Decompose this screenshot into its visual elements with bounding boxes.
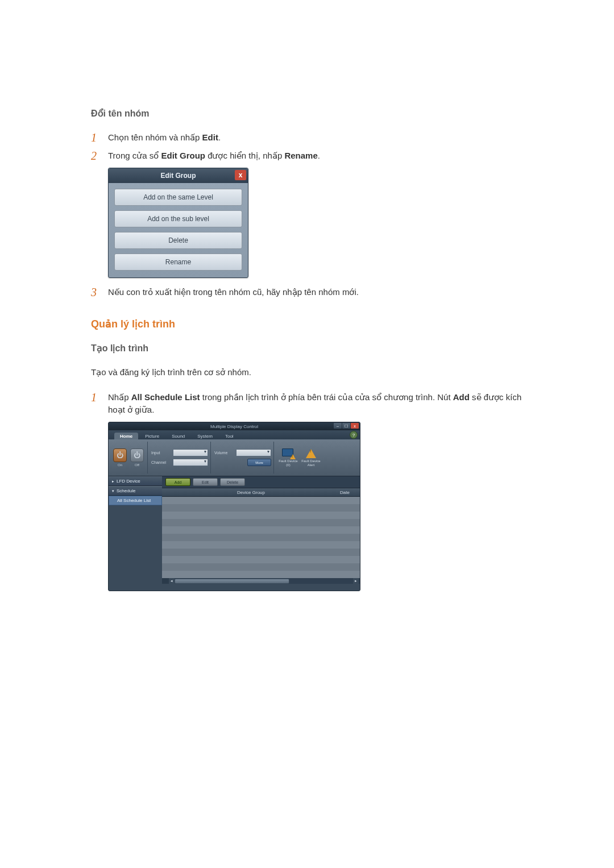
tab-tool[interactable]: Tool — [219, 433, 239, 439]
tab-sound[interactable]: Sound — [166, 433, 190, 439]
step-text-fragment: . — [318, 151, 320, 160]
th-device-group: Device Group — [162, 490, 340, 495]
add-button[interactable]: Add — [165, 478, 190, 486]
step-text-fragment: Chọn tên nhóm và nhấp — [108, 132, 202, 142]
close-icon[interactable]: x — [235, 170, 246, 180]
bold-add: Add — [453, 392, 470, 402]
table-row — [162, 556, 360, 563]
heading-schedule-management: Quản lý lịch trình — [91, 318, 523, 330]
fault-alert-button[interactable]: Fault Device Alert — [300, 448, 322, 467]
sidebar-spacer — [109, 505, 162, 591]
input-select[interactable] — [173, 449, 208, 456]
schedule-step-1: 1 Nhấp All Schedule List trong phần lịch… — [91, 391, 523, 416]
step-2: 2 Trong cửa sổ Edit Group được hiển thị,… — [91, 149, 523, 162]
table-row — [162, 497, 360, 504]
help-icon[interactable]: ? — [350, 431, 358, 439]
volume-label: Volume — [214, 451, 234, 455]
step-text-fragment: trong phần lịch trình ở phía bên trái củ… — [200, 392, 453, 402]
volume-select[interactable] — [236, 449, 271, 456]
step-text: Nếu con trỏ xuất hiện trong tên nhóm cũ,… — [108, 286, 359, 298]
step-number: 3 — [91, 286, 108, 298]
table-row — [162, 571, 360, 578]
edit-button[interactable]: Edit — [193, 478, 218, 486]
sidebar-label-schedule: Schedule — [117, 488, 135, 493]
chevron-down-icon: ▾ — [112, 489, 114, 493]
sidebar-section-schedule[interactable]: ▾ Schedule — [109, 486, 162, 496]
tab-picture[interactable]: Picture — [139, 433, 165, 439]
input-label: Input — [151, 451, 171, 455]
step-text-fragment: được hiển thị, nhấp — [205, 151, 284, 160]
warning-icon — [305, 448, 317, 459]
delete-button[interactable]: Delete — [220, 478, 245, 486]
more-row: More — [214, 459, 271, 466]
delete-button[interactable]: Delete — [114, 232, 242, 249]
mdc-titlebar[interactable]: Multiple Display Control – ☐ x — [109, 422, 360, 430]
rename-button[interactable]: Rename — [114, 254, 242, 271]
heading-create-schedule: Tạo lịch trình — [91, 343, 523, 354]
step-number: 2 — [91, 149, 108, 162]
mdc-body: ▸ LFD Device ▾ Schedule All Schedule Lis… — [109, 476, 360, 591]
edit-group-dialog: Edit Group x Add on the same Level Add o… — [108, 168, 248, 278]
step-3: 3 Nếu con trỏ xuất hiện trong tên nhóm c… — [91, 286, 523, 298]
create-schedule-desc: Tạo và đăng ký lịch trình trên cơ sở nhó… — [91, 366, 523, 379]
sidebar-label-lfd: LFD Device — [117, 479, 140, 484]
bold-all-schedule-list: All Schedule List — [131, 392, 200, 402]
bold-edit: Edit — [202, 132, 218, 142]
fault-alert-label: Fault Device Alert — [300, 459, 322, 467]
scroll-thumb[interactable] — [175, 579, 289, 584]
ribbon-group-power: ⏻ On ⏻ Off — [110, 442, 148, 474]
power-on-label: On — [118, 463, 122, 467]
step-1: 1 Chọn tên nhóm và nhấp Edit. — [91, 131, 523, 144]
sidebar-item-all-schedule-list[interactable]: All Schedule List — [109, 496, 162, 505]
add-sub-level-button[interactable]: Add on the sub level — [114, 210, 242, 227]
power-on-button[interactable]: ⏻ On — [112, 448, 128, 467]
table-row — [162, 549, 360, 556]
mdc-main: Add Edit Delete Device Group Date ◂ ▸ — [162, 476, 360, 591]
minimize-icon[interactable]: – — [334, 423, 342, 429]
ribbon-group-volume: Volume More — [212, 442, 274, 474]
tab-home[interactable]: Home — [114, 433, 138, 439]
mdc-window: Multiple Display Control – ☐ x Home Pict… — [108, 422, 360, 591]
table-row — [162, 541, 360, 549]
sidebar-section-lfd[interactable]: ▸ LFD Device — [109, 476, 162, 486]
chevron-right-icon: ▸ — [112, 479, 114, 484]
monitor-warning-icon — [282, 448, 294, 459]
table-header: Device Group Date — [162, 488, 360, 497]
close-icon[interactable]: x — [351, 423, 359, 429]
channel-select-row: Channel — [151, 459, 208, 466]
step-text: Chọn tên nhóm và nhấp Edit. — [108, 131, 221, 144]
table-row — [162, 563, 360, 571]
scroll-left-icon[interactable]: ◂ — [169, 578, 175, 584]
table-row — [162, 526, 360, 534]
channel-select[interactable] — [173, 459, 208, 466]
power-off-button[interactable]: ⏻ Off — [129, 448, 145, 467]
bold-rename: Rename — [284, 151, 317, 160]
maximize-icon[interactable]: ☐ — [342, 423, 350, 429]
th-date: Date — [340, 490, 350, 495]
step-text-fragment: Nhấp — [108, 392, 131, 402]
step-text-fragment: Trong cửa sổ — [108, 151, 161, 160]
ribbon-group-input: Input Channel — [149, 442, 211, 474]
tab-system[interactable]: System — [192, 433, 218, 439]
step-number: 1 — [91, 131, 108, 144]
scroll-right-icon[interactable]: ▸ — [353, 578, 359, 584]
step-text: Nhấp All Schedule List trong phần lịch t… — [108, 391, 523, 416]
table-row — [162, 512, 360, 519]
step-text: Trong cửa sổ Edit Group được hiển thị, n… — [108, 149, 320, 162]
heading-rename-group: Đổi tên nhóm — [91, 108, 523, 119]
table-row — [162, 504, 360, 512]
fault-device-button[interactable]: Fault Device(0) — [277, 448, 299, 467]
ribbon-tabs: Home Picture Sound System Tool ? — [109, 430, 360, 439]
fault-device-label: Fault Device(0) — [279, 459, 297, 467]
dialog-title: Edit Group — [161, 172, 196, 180]
dialog-titlebar[interactable]: Edit Group x — [109, 168, 248, 183]
more-button[interactable]: More — [247, 459, 271, 466]
mdc-title: Multiple Display Control — [210, 424, 258, 429]
table-row — [162, 534, 360, 541]
add-same-level-button[interactable]: Add on the same Level — [114, 189, 242, 206]
input-select-row: Input — [151, 449, 208, 456]
ribbon-group-fault: Fault Device(0) Fault Device Alert — [275, 442, 324, 474]
power-off-label: Off — [135, 463, 139, 467]
horizontal-scrollbar[interactable]: ◂ ▸ — [162, 578, 360, 584]
action-bar: Add Edit Delete — [162, 476, 360, 488]
